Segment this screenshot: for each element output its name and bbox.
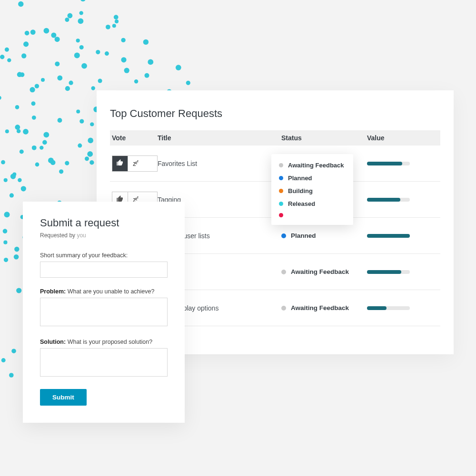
- solution-input[interactable]: [40, 348, 168, 377]
- svg-point-201: [40, 146, 43, 149]
- svg-point-154: [76, 39, 80, 42]
- row-title[interactable]: Favorites List: [158, 160, 281, 167]
- svg-point-84: [121, 38, 125, 42]
- row-status[interactable]: Awaiting Feedback: [281, 304, 367, 311]
- svg-point-150: [5, 129, 9, 133]
- svg-point-45: [20, 149, 24, 154]
- svg-point-139: [106, 25, 110, 29]
- status-dot-icon: [281, 233, 286, 238]
- svg-point-202: [41, 78, 45, 82]
- svg-point-133: [105, 51, 109, 56]
- value-bar: [367, 270, 410, 274]
- svg-point-98: [32, 116, 36, 120]
- snooze-icon: Zzz: [133, 159, 138, 167]
- status-option-label: Awaiting Feedback: [288, 162, 344, 169]
- status-popover: Awaiting FeedbackPlannedBuildingReleased: [271, 154, 353, 225]
- status-option[interactable]: Released: [271, 197, 353, 210]
- svg-point-105: [0, 96, 1, 100]
- svg-point-195: [121, 57, 126, 62]
- status-dot-icon: [279, 163, 283, 167]
- value-fill: [367, 234, 410, 238]
- svg-point-41: [65, 161, 69, 165]
- svg-point-81: [79, 119, 84, 124]
- svg-point-75: [98, 79, 102, 83]
- svg-point-121: [88, 138, 93, 144]
- svg-point-79: [55, 61, 60, 66]
- problem-input[interactable]: [40, 298, 168, 326]
- svg-point-165: [7, 58, 11, 62]
- svg-point-205: [145, 73, 149, 78]
- svg-point-168: [114, 15, 119, 19]
- svg-point-184: [12, 172, 16, 176]
- value-fill: [367, 306, 387, 310]
- svg-point-71: [96, 50, 100, 54]
- svg-point-53: [59, 169, 63, 174]
- svg-point-26: [55, 37, 60, 42]
- value-bar: [367, 306, 410, 310]
- svg-point-74: [35, 163, 40, 167]
- svg-point-33: [4, 258, 8, 262]
- svg-point-34: [80, 0, 86, 1]
- row-value: [367, 306, 438, 310]
- svg-point-119: [43, 132, 49, 137]
- svg-point-58: [68, 13, 73, 19]
- svg-point-124: [14, 254, 19, 260]
- svg-point-164: [35, 84, 39, 88]
- vote-snooze-button[interactable]: Zzz: [128, 156, 143, 171]
- problem-label-bold: Problem:: [40, 288, 66, 295]
- status-option[interactable]: [271, 210, 353, 220]
- svg-point-88: [11, 349, 16, 353]
- svg-point-56: [3, 241, 7, 244]
- svg-point-82: [74, 53, 80, 58]
- requested-by-user: you: [77, 232, 86, 239]
- svg-point-97: [48, 158, 54, 164]
- svg-point-115: [58, 118, 62, 123]
- summary-input[interactable]: [40, 262, 168, 278]
- requested-by: Requested by you: [40, 232, 168, 239]
- col-header-vote: Vote: [110, 134, 158, 142]
- svg-point-186: [23, 41, 29, 47]
- svg-point-112: [81, 63, 87, 69]
- solution-label: Solution: What is your proposed solution…: [40, 339, 168, 345]
- status-text: Awaiting Feedback: [291, 304, 349, 311]
- svg-point-104: [17, 72, 22, 77]
- svg-point-163: [176, 65, 181, 70]
- vote-up-button[interactable]: [112, 156, 128, 171]
- svg-point-131: [65, 86, 70, 91]
- status-dot-icon: [281, 306, 286, 311]
- value-bar: [367, 234, 410, 238]
- status-option[interactable]: Building: [271, 185, 353, 197]
- svg-point-157: [124, 68, 129, 73]
- value-bar: [367, 162, 410, 165]
- status-dot-icon: [279, 189, 283, 193]
- svg-point-8: [4, 212, 10, 217]
- svg-point-72: [25, 31, 30, 36]
- svg-point-46: [21, 186, 26, 191]
- svg-point-175: [85, 156, 89, 161]
- row-status[interactable]: Awaiting Feedback: [281, 268, 367, 275]
- svg-point-85: [76, 109, 80, 113]
- value-bar: [367, 198, 410, 202]
- svg-point-19: [115, 19, 119, 23]
- status-dot-icon: [279, 213, 283, 217]
- svg-point-152: [18, 1, 23, 7]
- status-dot-icon: [279, 176, 283, 180]
- svg-point-183: [9, 373, 14, 378]
- svg-point-42: [14, 247, 19, 252]
- status-option[interactable]: Planned: [271, 172, 353, 185]
- svg-point-174: [32, 146, 37, 150]
- svg-point-111: [69, 81, 73, 85]
- row-status[interactable]: Planned: [281, 232, 367, 239]
- submit-button[interactable]: Submit: [40, 389, 87, 406]
- svg-point-114: [10, 174, 16, 179]
- status-dot-icon: [279, 202, 283, 206]
- svg-point-171: [50, 160, 56, 165]
- svg-point-170: [134, 79, 138, 83]
- svg-point-78: [65, 18, 69, 22]
- value-fill: [367, 270, 401, 274]
- svg-point-113: [78, 144, 82, 148]
- value-fill: [367, 198, 400, 202]
- status-option[interactable]: Awaiting Feedback: [271, 159, 353, 172]
- status-option-label: Planned: [288, 175, 312, 182]
- svg-point-21: [15, 105, 20, 109]
